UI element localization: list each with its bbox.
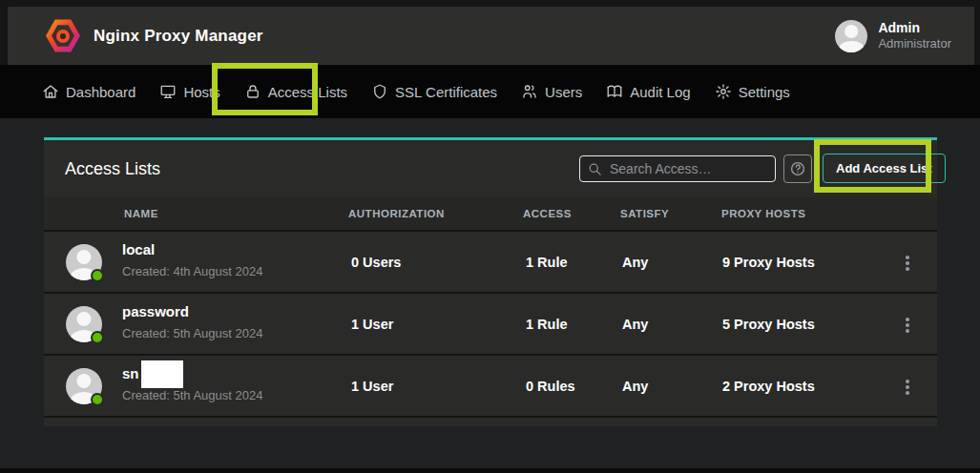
column-header-name: NAME (124, 208, 158, 219)
status-dot (91, 269, 104, 282)
nav-item-access-lists[interactable]: Access Lists (244, 83, 347, 100)
row-avatar (66, 368, 102, 404)
user-avatar (835, 20, 867, 52)
proxy-hosts-value: 5 Proxy Hosts (722, 317, 815, 332)
lock-icon (244, 83, 261, 100)
search-box (579, 155, 776, 182)
row-avatar (66, 306, 102, 342)
access-value: 1 Rule (526, 255, 568, 270)
access-list-name: local (122, 241, 262, 258)
access-lists-card: Access Lists Add Access List NAME AUTHOR… (44, 137, 937, 426)
authorization-value: 1 User (351, 379, 393, 394)
access-value: 0 Rules (526, 379, 575, 394)
user-menu[interactable]: Admin Administrator (835, 20, 951, 52)
proxy-hosts-value: 2 Proxy Hosts (722, 379, 815, 394)
users-icon (521, 83, 538, 100)
nav-label: Audit Log (630, 84, 690, 100)
nav-item-ssl-certificates[interactable]: SSL Certificates (371, 83, 497, 100)
created-date: Created: 5th August 2024 (122, 388, 262, 402)
status-dot (91, 393, 104, 406)
help-icon (789, 160, 806, 177)
gear-icon (715, 83, 732, 100)
help-button[interactable] (783, 154, 812, 183)
row-avatar (66, 244, 102, 280)
column-header-satisfy: SATISFY (620, 208, 669, 219)
card-header: Access Lists Add Access List (44, 140, 937, 197)
created-date: Created: 4th August 2024 (122, 264, 262, 278)
page: Access Lists Add Access List NAME AUTHOR… (0, 118, 980, 468)
monitor-icon (159, 83, 177, 100)
table-row: sn Created: 5th August 2024 1 User 0 Rul… (44, 356, 937, 418)
nav-item-dashboard[interactable]: Dashboard (42, 83, 136, 100)
nav-item-settings[interactable]: Settings (715, 83, 790, 100)
redaction-box (141, 360, 183, 388)
add-access-list-button[interactable]: Add Access List (823, 154, 946, 183)
authorization-value: 1 User (351, 317, 393, 332)
nav-item-hosts[interactable]: Hosts (159, 83, 219, 100)
search-input[interactable] (610, 161, 782, 176)
column-header-access: ACCESS (523, 208, 572, 219)
main-nav: Dashboard Hosts Access Lists SSL Certifi… (0, 65, 980, 118)
app-logo-icon (46, 19, 80, 53)
row-menu-button[interactable] (899, 315, 916, 336)
created-date: Created: 5th August 2024 (122, 326, 262, 340)
nav-label: Dashboard (66, 84, 136, 100)
row-menu-button[interactable] (899, 377, 916, 398)
satisfy-value: Any (622, 255, 648, 270)
nav-label: Users (545, 84, 582, 100)
access-list-name: password (122, 303, 262, 320)
table-row: local Created: 4th August 2024 0 Users 1… (44, 232, 937, 294)
screen: Nginx Proxy Manager Admin Administrator … (0, 0, 980, 473)
nav-label: SSL Certificates (395, 84, 497, 100)
table-header: NAME AUTHORIZATION ACCESS SATISFY PROXY … (44, 197, 937, 232)
nav-label: Settings (739, 84, 790, 100)
row-menu-button[interactable] (899, 253, 916, 274)
nav-item-users[interactable]: Users (521, 83, 582, 100)
column-header-proxy-hosts: PROXY HOSTS (721, 208, 805, 219)
app-title: Nginx Proxy Manager (94, 27, 263, 46)
nav-item-audit-log[interactable]: Audit Log (606, 83, 690, 100)
name-cell: local Created: 4th August 2024 (122, 241, 262, 278)
screen-edge (0, 468, 980, 473)
home-icon (42, 83, 59, 100)
column-header-authorization: AUTHORIZATION (348, 208, 445, 219)
shield-icon (371, 83, 388, 100)
book-icon (606, 83, 623, 100)
user-name: Admin (878, 20, 951, 37)
search-icon (588, 162, 602, 176)
satisfy-value: Any (622, 379, 648, 394)
nav-label: Hosts (183, 84, 219, 100)
nav-label: Access Lists (268, 84, 347, 100)
name-cell: sn Created: 5th August 2024 (122, 365, 262, 402)
brand: Nginx Proxy Manager (46, 19, 263, 53)
name-cell: password Created: 5th August 2024 (122, 303, 262, 340)
table-row: password Created: 5th August 2024 1 User… (44, 294, 937, 356)
card-title: Access Lists (65, 159, 160, 179)
status-dot (91, 331, 104, 344)
top-bar: Nginx Proxy Manager Admin Administrator (8, 7, 974, 65)
proxy-hosts-value: 9 Proxy Hosts (722, 255, 815, 270)
satisfy-value: Any (622, 317, 648, 332)
user-role: Administrator (878, 36, 951, 51)
access-value: 1 Rule (526, 317, 568, 332)
authorization-value: 0 Users (351, 255, 401, 270)
